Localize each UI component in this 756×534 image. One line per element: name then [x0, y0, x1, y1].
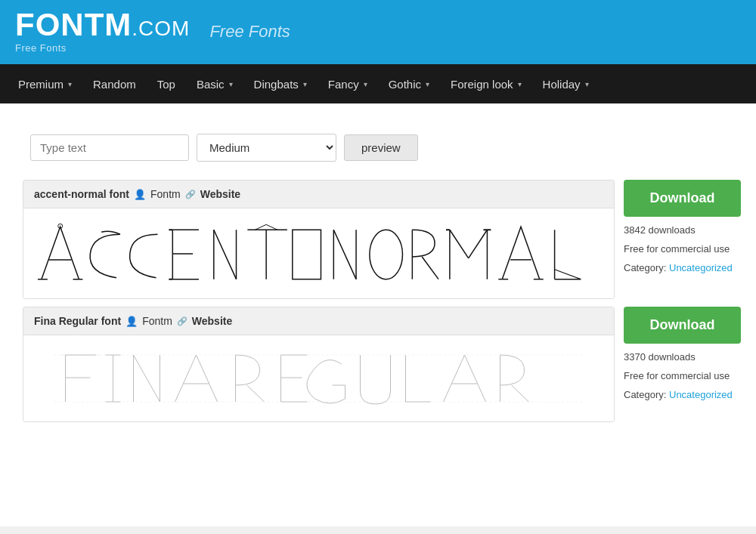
font-author: Fontm	[150, 188, 181, 200]
font-website-link[interactable]: Website	[200, 188, 240, 200]
nav-item-premium[interactable]: Premium ▾	[8, 64, 82, 103]
svg-line-17	[333, 230, 356, 279]
nav-label-premium: Premium	[18, 78, 64, 91]
font-category: Category: Uncategorized	[624, 261, 741, 276]
font-preview-image	[34, 221, 603, 285]
font-controls: Small Medium Large preview	[30, 134, 741, 162]
font-sidebar: Download 3370 downloads Free for commerc…	[624, 307, 741, 403]
nav-label-holiday: Holiday	[543, 78, 581, 91]
font-card: Fina Regular font 👤 Fontm 🔗 Website	[23, 307, 615, 422]
font-sidebar: Download 3842 downloads Free for commerc…	[624, 180, 741, 276]
font-downloads-count: 3842 downloads	[624, 223, 741, 239]
size-select[interactable]: Small Medium Large	[197, 134, 336, 162]
font-name: accent-normal font	[34, 188, 129, 200]
download-button[interactable]: Download	[624, 307, 741, 344]
svg-line-11	[214, 230, 237, 279]
main-navbar: Premium ▾ Random Top Basic ▾ Dingbats ▾ …	[0, 64, 756, 103]
font-preview-image	[34, 347, 603, 408]
download-button[interactable]: Download	[624, 180, 741, 217]
site-header: FONTM.COM Free Fonts Free Fonts	[0, 0, 756, 64]
nav-item-top[interactable]: Top	[147, 64, 186, 103]
nav-label-random: Random	[93, 78, 136, 91]
text-preview-input[interactable]	[30, 134, 189, 161]
user-icon: 👤	[134, 189, 146, 200]
svg-line-41	[134, 355, 160, 402]
chevron-down-icon: ▾	[303, 80, 307, 88]
svg-line-56	[512, 385, 529, 402]
nav-label-foreign-look: Foreign look	[451, 78, 513, 91]
nav-item-gothic[interactable]: Gothic ▾	[378, 64, 440, 103]
logo[interactable]: FONTM.COM Free Fonts	[15, 9, 190, 54]
nav-item-foreign-look[interactable]: Foreign look ▾	[440, 64, 532, 103]
font-preview-area	[23, 335, 614, 421]
chevron-down-icon: ▾	[364, 80, 367, 88]
font-author: Fontm	[142, 315, 172, 327]
chevron-down-icon: ▾	[229, 80, 233, 88]
font-category-label: Category:	[624, 389, 666, 400]
preview-button[interactable]: preview	[344, 134, 418, 161]
svg-line-23	[450, 230, 469, 258]
nav-label-top: Top	[157, 78, 175, 91]
nav-item-dingbats[interactable]: Dingbats ▾	[243, 64, 318, 103]
svg-rect-15	[293, 230, 321, 279]
chevron-down-icon: ▾	[585, 80, 589, 88]
external-link-icon: 🔗	[185, 190, 196, 199]
svg-point-19	[370, 230, 403, 279]
nav-item-basic[interactable]: Basic ▾	[186, 64, 243, 103]
svg-line-21	[422, 257, 438, 279]
nav-label-basic: Basic	[197, 78, 225, 91]
font-category-link[interactable]: Uncategorized	[669, 389, 733, 400]
chevron-down-icon: ▾	[68, 80, 72, 88]
nav-label-fancy: Fancy	[328, 78, 359, 91]
main-content: Small Medium Large preview accent-normal…	[0, 103, 756, 526]
svg-line-45	[247, 385, 265, 402]
font-commercial-use: Free for commercial use	[624, 369, 741, 384]
header-tagline: Free Fonts	[209, 22, 290, 42]
nav-item-random[interactable]: Random	[82, 64, 147, 103]
font-header-bar: accent-normal font 👤 Fontm 🔗 Website	[23, 181, 614, 208]
font-preview-area	[23, 208, 614, 298]
external-link-icon: 🔗	[177, 316, 187, 326]
font-entry: accent-normal font 👤 Fontm 🔗 Website	[23, 180, 741, 299]
font-website-link[interactable]: Website	[192, 315, 232, 327]
svg-line-24	[469, 230, 488, 258]
logo-text: FONTM.COM	[15, 9, 190, 41]
logo-dotcom: .COM	[132, 17, 190, 40]
chevron-down-icon: ▾	[518, 80, 522, 88]
logo-name: FONTM	[15, 7, 132, 42]
font-downloads-count: 3370 downloads	[624, 350, 741, 366]
nav-item-holiday[interactable]: Holiday ▾	[532, 64, 600, 103]
font-commercial-use: Free for commercial use	[624, 242, 741, 258]
font-category: Category: Uncategorized	[624, 387, 741, 403]
nav-item-fancy[interactable]: Fancy ▾	[318, 64, 378, 103]
font-header-bar: Fina Regular font 👤 Fontm 🔗 Website	[23, 307, 614, 335]
font-category-label: Category:	[624, 262, 666, 273]
font-card: accent-normal font 👤 Fontm 🔗 Website	[23, 180, 615, 299]
nav-label-dingbats: Dingbats	[254, 78, 299, 91]
nav-label-gothic: Gothic	[389, 78, 421, 91]
font-entry: Fina Regular font 👤 Fontm 🔗 Website	[23, 307, 741, 422]
user-icon: 👤	[125, 316, 138, 327]
chevron-down-icon: ▾	[426, 80, 429, 88]
font-category-link[interactable]: Uncategorized	[669, 262, 733, 273]
font-name: Fina Regular font	[34, 315, 121, 327]
logo-subtitle: Free Fonts	[15, 42, 67, 54]
